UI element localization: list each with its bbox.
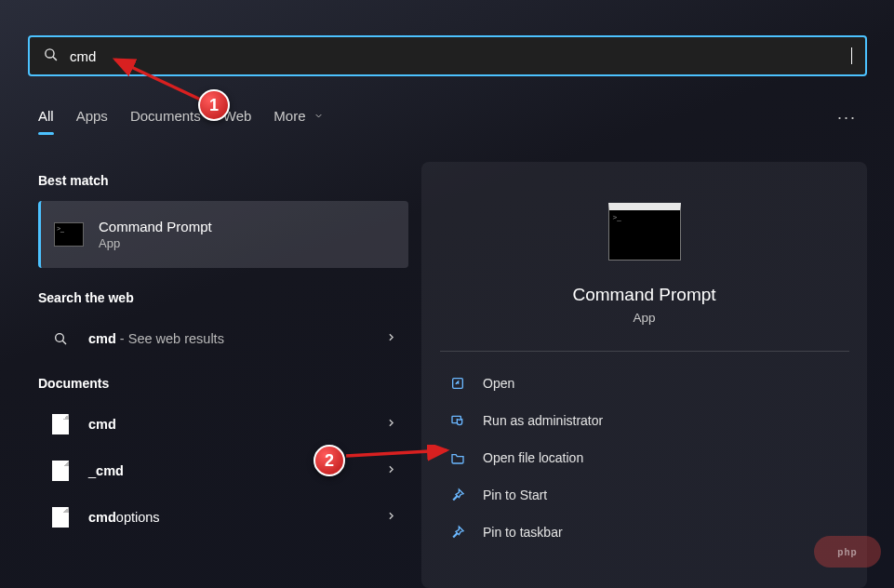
tab-more[interactable]: More [274, 108, 323, 135]
action-pin-to-start[interactable]: Pin to Start [442, 476, 847, 514]
preview-panel: Command Prompt App Open Run as administr… [421, 162, 867, 588]
svg-point-2 [56, 334, 64, 342]
chevron-right-icon [385, 462, 397, 479]
best-match-result[interactable]: >_ Command Prompt App [38, 201, 408, 268]
command-prompt-large-icon [608, 203, 681, 261]
search-icon [49, 331, 72, 346]
overflow-menu-button[interactable]: ··· [837, 108, 857, 127]
tab-documents[interactable]: Documents [130, 108, 201, 135]
preview-subtitle: App [633, 311, 655, 325]
action-pin-to-taskbar[interactable]: Pin to taskbar [442, 514, 847, 551]
pin-icon [449, 488, 466, 502]
results-column: Best match >_ Command Prompt App Search … [38, 173, 408, 543]
section-best-match: Best match [38, 173, 408, 188]
document-icon [49, 414, 72, 434]
shield-admin-icon [449, 413, 466, 428]
web-result-text: cmd - See web results [88, 331, 224, 346]
filter-tabs: All Apps Documents Web More [38, 108, 324, 135]
actions-list: Open Run as administrator Open file loca… [421, 352, 867, 551]
action-label: Pin to Start [483, 488, 547, 502]
open-icon [449, 376, 466, 391]
text-caret [851, 47, 852, 64]
annotation-marker-2: 2 [314, 445, 345, 476]
chevron-down-icon [314, 111, 324, 121]
document-name: cmdoptions [88, 510, 160, 525]
pin-icon [449, 525, 466, 540]
command-prompt-icon: >_ [54, 222, 84, 247]
document-name: cmd [88, 417, 116, 432]
best-match-title: Command Prompt [99, 219, 212, 234]
action-label: Open [483, 376, 514, 391]
action-label: Run as administrator [483, 413, 603, 428]
chevron-right-icon [385, 416, 397, 433]
document-icon [49, 461, 72, 481]
annotation-marker-1: 1 [198, 89, 230, 121]
action-run-as-administrator[interactable]: Run as administrator [442, 402, 847, 439]
action-open-file-location[interactable]: Open file location [442, 439, 847, 476]
web-result-row[interactable]: cmd - See web results [38, 318, 408, 359]
chevron-right-icon [385, 330, 397, 347]
tab-apps[interactable]: Apps [76, 108, 108, 135]
document-name: _cmd [88, 463, 124, 478]
best-match-subtitle: App [99, 236, 212, 250]
action-label: Pin to taskbar [483, 525, 563, 540]
document-row[interactable]: cmdoptions [38, 497, 408, 538]
svg-line-1 [53, 56, 57, 60]
tab-all[interactable]: All [38, 108, 54, 135]
document-icon [49, 507, 72, 528]
search-icon [43, 47, 59, 66]
action-open[interactable]: Open [442, 365, 847, 402]
svg-line-3 [62, 341, 66, 344]
search-input[interactable] [70, 48, 853, 64]
search-bar[interactable] [28, 35, 867, 76]
document-row[interactable]: cmd [38, 404, 408, 445]
action-label: Open file location [483, 450, 583, 465]
svg-point-0 [46, 48, 54, 57]
watermark: php [814, 536, 881, 568]
document-row[interactable]: _cmd [38, 450, 408, 491]
preview-title: Command Prompt [572, 285, 715, 305]
section-documents: Documents [38, 376, 408, 391]
tab-more-label: More [274, 108, 305, 124]
chevron-right-icon [385, 509, 397, 526]
folder-icon [449, 450, 466, 465]
section-search-web: Search the web [38, 290, 408, 305]
